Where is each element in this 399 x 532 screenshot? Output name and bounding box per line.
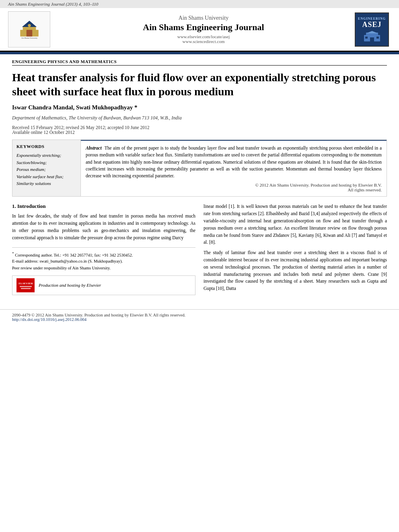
page-wrapper: Ain Shams Engineering Journal (2013) 4, … [0, 0, 399, 532]
svg-text:ELSEVIER: ELSEVIER [19, 282, 33, 285]
rights-text: All rights reserved. [348, 187, 382, 192]
bottom-bar: 2090-4479 © 2012 Ain Shams University. P… [0, 309, 399, 325]
elsevier-logo: ELSEVIER [16, 278, 35, 292]
publisher-text: Production and hosting by Elsevier [39, 283, 101, 288]
asej-letters: ASEJ [362, 21, 381, 29]
svg-rect-3 [28, 24, 31, 27]
svg-rect-13 [21, 288, 31, 289]
url2: www.sciencedirect.com [183, 39, 225, 44]
intro-para2: linear model [1]. It is well known that … [204, 203, 387, 246]
footnote-text: Corresponding author. Tel.: +91 342 2657… [15, 253, 133, 257]
keyword-3: Porous medium; [16, 166, 76, 173]
doi-link[interactable]: http://dx.doi.org/10.1016/j.asej.2012.06… [12, 317, 387, 322]
svg-rect-7 [370, 37, 374, 41]
keyword-4: Variable surface heat flux; [16, 173, 76, 181]
abstract-panel: Abstract The aim of the present paper is… [81, 140, 387, 196]
intro-para3: The study of laminar flow and heat trans… [204, 249, 387, 292]
logo-right: ENGINEERING ASEJ [355, 12, 391, 47]
svg-rect-9 [376, 37, 379, 39]
logo-left: Ain Shams University [8, 11, 52, 47]
copyright-text: © 2012 Ain Shams University. Production … [255, 183, 382, 187]
university-name: Ain Shams University [56, 15, 351, 21]
university-logo-box: Ain Shams University [8, 11, 50, 47]
keyword-1: Exponentially stretching; [16, 152, 76, 159]
authors: Iswar Chandra Mandal, Swati Mukhopadhyay… [12, 104, 387, 111]
keyword-2: Suction/blowing; [16, 159, 76, 166]
keyword-5: Similarity solutions [16, 180, 76, 187]
intro-para1: In last few decades, the study of flow a… [12, 213, 195, 241]
dates-line1: Received 15 February 2012; revised 26 Ma… [12, 125, 149, 130]
url1: www.elsevier.com/locate/asej [177, 34, 230, 39]
asej-logo-box: ENGINEERING ASEJ [355, 12, 389, 47]
footnote-box: * Corresponding author. Tel.: +91 342 26… [12, 247, 195, 271]
article-content: ENGINEERING PHYSICS AND MATHEMATICS Heat… [0, 54, 399, 304]
abstract-text: Abstract The aim of the present paper is… [86, 145, 382, 179]
abstract-section: KEYWORDS Exponentially stretching; Sucti… [12, 140, 387, 197]
dates-line2: Available online 12 October 2012 [12, 130, 75, 135]
publisher-box: ELSEVIER Production and hosting by Elsev… [12, 275, 195, 295]
col-left: 1. Introduction In last few decades, the… [12, 203, 195, 296]
keywords-title: KEYWORDS [16, 144, 76, 149]
intro-heading: 1. Introduction [12, 203, 195, 210]
top-bar: Ain Shams Engineering Journal (2013) 4, … [0, 0, 399, 8]
keywords-list: Exponentially stretching; Suction/blowin… [16, 152, 76, 187]
elsevier-icon: ELSEVIER [18, 279, 34, 292]
journal-citation: Ain Shams Engineering Journal (2013) 4, … [8, 2, 98, 6]
footnote-line1: * Corresponding author. Tel.: +91 342 26… [12, 251, 195, 259]
journal-header: Ain Shams University Ain Shams Universit… [0, 8, 399, 52]
dates: Received 15 February 2012; revised 26 Ma… [12, 125, 387, 135]
asej-building-icon [362, 30, 382, 42]
header-center: Ain Shams University Ain Shams Engineeri… [56, 15, 351, 44]
article-title: Heat transfer analysis for fluid flow ov… [12, 70, 387, 99]
footnote-peer-review: Peer review under responsibility of Ain … [12, 265, 195, 271]
bottom-text: 2090-4479 © 2012 Ain Shams University. P… [12, 313, 387, 317]
svg-rect-2 [26, 30, 32, 36]
section-label: ENGINEERING PHYSICS AND MATHEMATICS [12, 59, 387, 66]
asej-engineering-label: ENGINEERING [358, 17, 386, 21]
keywords-panel: KEYWORDS Exponentially stretching; Sucti… [12, 140, 81, 196]
col-right: linear model [1]. It is well known that … [204, 203, 387, 296]
journal-urls: www.elsevier.com/locate/asej www.science… [56, 34, 351, 44]
abstract-body: The aim of the present paper is to study… [86, 146, 382, 178]
svg-rect-8 [365, 37, 368, 39]
abstract-label: Abstract [86, 146, 102, 150]
two-column-body: 1. Introduction In last few decades, the… [12, 203, 387, 296]
svg-text:Ain Shams University: Ain Shams University [21, 37, 37, 39]
svg-rect-10 [18, 279, 34, 292]
copyright-line: © 2012 Ain Shams University. Production … [86, 183, 382, 192]
journal-name: Ain Shams Engineering Journal [56, 22, 351, 33]
university-emblem: Ain Shams University [17, 19, 41, 39]
svg-rect-12 [20, 286, 32, 287]
footnote-mark: * [12, 251, 14, 255]
affiliation: Department of Mathematics, The Universit… [12, 115, 387, 121]
footnote-email: E-mail address: swati_bumath@yahoo.co.in… [12, 258, 195, 265]
